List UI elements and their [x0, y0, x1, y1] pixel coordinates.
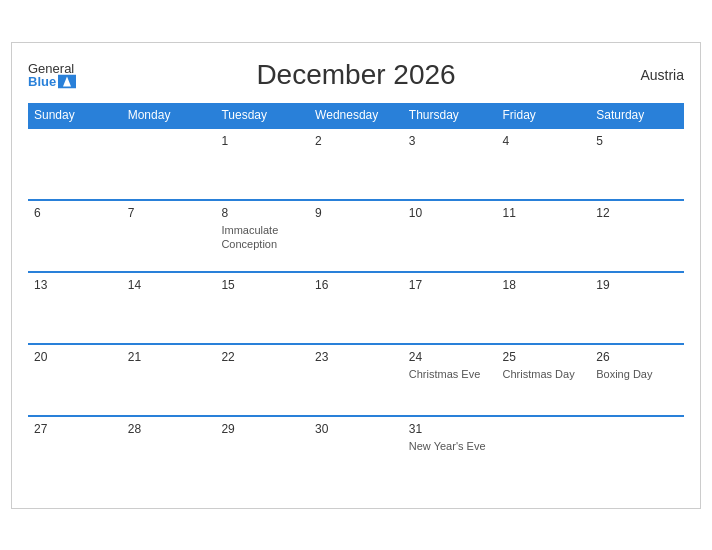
calendar-cell: 17 [403, 272, 497, 344]
calendar-cell: 5 [590, 128, 684, 200]
calendar-cell: 12 [590, 200, 684, 272]
calendar-week-row: 12345 [28, 128, 684, 200]
day-number: 14 [128, 278, 210, 292]
weekday-header-friday: Friday [497, 103, 591, 128]
day-event: Immaculate Conception [221, 223, 303, 252]
day-number: 7 [128, 206, 210, 220]
calendar-cell: 21 [122, 344, 216, 416]
day-number: 8 [221, 206, 303, 220]
day-number: 18 [503, 278, 585, 292]
calendar-cell: 30 [309, 416, 403, 488]
day-number: 29 [221, 422, 303, 436]
weekday-header-sunday: Sunday [28, 103, 122, 128]
calendar-cell [28, 128, 122, 200]
calendar-cell: 8Immaculate Conception [215, 200, 309, 272]
day-number: 20 [34, 350, 116, 364]
calendar-week-row: 2728293031New Year's Eve [28, 416, 684, 488]
day-number: 16 [315, 278, 397, 292]
calendar-cell: 23 [309, 344, 403, 416]
day-number: 22 [221, 350, 303, 364]
day-number: 2 [315, 134, 397, 148]
calendar-table: SundayMondayTuesdayWednesdayThursdayFrid… [28, 103, 684, 488]
calendar-week-row: 13141516171819 [28, 272, 684, 344]
calendar-cell: 27 [28, 416, 122, 488]
weekday-header-tuesday: Tuesday [215, 103, 309, 128]
day-number: 11 [503, 206, 585, 220]
calendar-cell [497, 416, 591, 488]
calendar-cell: 7 [122, 200, 216, 272]
day-number: 9 [315, 206, 397, 220]
calendar-cell: 20 [28, 344, 122, 416]
day-event: Christmas Eve [409, 367, 491, 381]
calendar-cell: 24Christmas Eve [403, 344, 497, 416]
day-number: 17 [409, 278, 491, 292]
day-event: Christmas Day [503, 367, 585, 381]
calendar-cell: 2 [309, 128, 403, 200]
day-number: 31 [409, 422, 491, 436]
calendar-cell: 28 [122, 416, 216, 488]
day-number: 12 [596, 206, 678, 220]
day-number: 19 [596, 278, 678, 292]
day-number: 10 [409, 206, 491, 220]
calendar-cell [122, 128, 216, 200]
day-number: 13 [34, 278, 116, 292]
calendar-cell: 26Boxing Day [590, 344, 684, 416]
calendar-cell: 3 [403, 128, 497, 200]
calendar-cell: 1 [215, 128, 309, 200]
calendar-header: General Blue December 2026 Austria [28, 59, 684, 91]
calendar-cell: 10 [403, 200, 497, 272]
weekday-header-monday: Monday [122, 103, 216, 128]
calendar-cell: 22 [215, 344, 309, 416]
weekday-header-wednesday: Wednesday [309, 103, 403, 128]
calendar-cell: 11 [497, 200, 591, 272]
calendar-cell: 9 [309, 200, 403, 272]
calendar-cell: 6 [28, 200, 122, 272]
day-number: 15 [221, 278, 303, 292]
weekday-header-thursday: Thursday [403, 103, 497, 128]
calendar-cell: 25Christmas Day [497, 344, 591, 416]
month-title: December 2026 [256, 59, 455, 91]
calendar-cell: 14 [122, 272, 216, 344]
calendar-cell [590, 416, 684, 488]
day-number: 5 [596, 134, 678, 148]
logo-general-text: General [28, 61, 76, 74]
day-number: 24 [409, 350, 491, 364]
logo-flag-icon [58, 74, 76, 88]
calendar-cell: 31New Year's Eve [403, 416, 497, 488]
day-number: 21 [128, 350, 210, 364]
country-label: Austria [640, 67, 684, 83]
weekday-header-row: SundayMondayTuesdayWednesdayThursdayFrid… [28, 103, 684, 128]
day-number: 26 [596, 350, 678, 364]
day-number: 30 [315, 422, 397, 436]
calendar-container: General Blue December 2026 Austria Sunda… [11, 42, 701, 509]
day-number: 23 [315, 350, 397, 364]
calendar-cell: 18 [497, 272, 591, 344]
logo-blue-text: Blue [28, 75, 56, 88]
calendar-cell: 16 [309, 272, 403, 344]
day-number: 27 [34, 422, 116, 436]
day-number: 3 [409, 134, 491, 148]
day-number: 28 [128, 422, 210, 436]
day-event: New Year's Eve [409, 439, 491, 453]
logo: General Blue [28, 61, 76, 88]
weekday-header-saturday: Saturday [590, 103, 684, 128]
day-event: Boxing Day [596, 367, 678, 381]
calendar-cell: 4 [497, 128, 591, 200]
calendar-week-row: 678Immaculate Conception9101112 [28, 200, 684, 272]
calendar-cell: 19 [590, 272, 684, 344]
day-number: 1 [221, 134, 303, 148]
calendar-week-row: 2021222324Christmas Eve25Christmas Day26… [28, 344, 684, 416]
day-number: 25 [503, 350, 585, 364]
calendar-cell: 15 [215, 272, 309, 344]
calendar-cell: 29 [215, 416, 309, 488]
calendar-cell: 13 [28, 272, 122, 344]
day-number: 4 [503, 134, 585, 148]
day-number: 6 [34, 206, 116, 220]
